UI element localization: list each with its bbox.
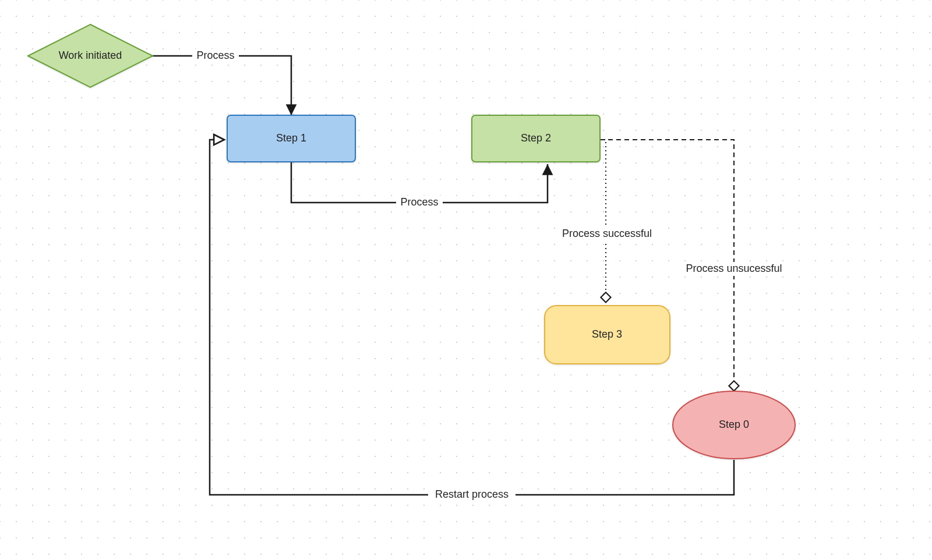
edge-label: Restart process <box>435 488 509 500</box>
edge-label: Process <box>400 196 438 208</box>
node-step-1[interactable]: Step 1 <box>227 115 355 162</box>
edge-label: Process unsucessful <box>686 263 782 274</box>
edge-step1-to-step2[interactable]: Process <box>291 162 548 210</box>
node-label: Step 3 <box>592 328 622 340</box>
edge-step2-to-step3[interactable]: Process successful <box>556 140 658 302</box>
edge-label: Process successful <box>562 228 652 239</box>
edge-wi-to-step1[interactable]: Process <box>149 49 291 115</box>
node-work-initiated[interactable]: Work initiated <box>28 24 153 87</box>
node-step-2[interactable]: Step 2 <box>472 115 600 162</box>
edge-label: Process <box>196 49 234 61</box>
node-step-0[interactable]: Step 0 <box>673 391 795 459</box>
flowchart-canvas[interactable]: Process Process Process successful Proce… <box>0 0 932 560</box>
node-label: Step 0 <box>719 419 749 430</box>
node-step-3[interactable]: Step 3 <box>545 306 670 364</box>
node-label: Step 1 <box>276 132 306 144</box>
node-label: Work initiated <box>59 49 122 61</box>
node-label: Step 2 <box>521 132 551 144</box>
